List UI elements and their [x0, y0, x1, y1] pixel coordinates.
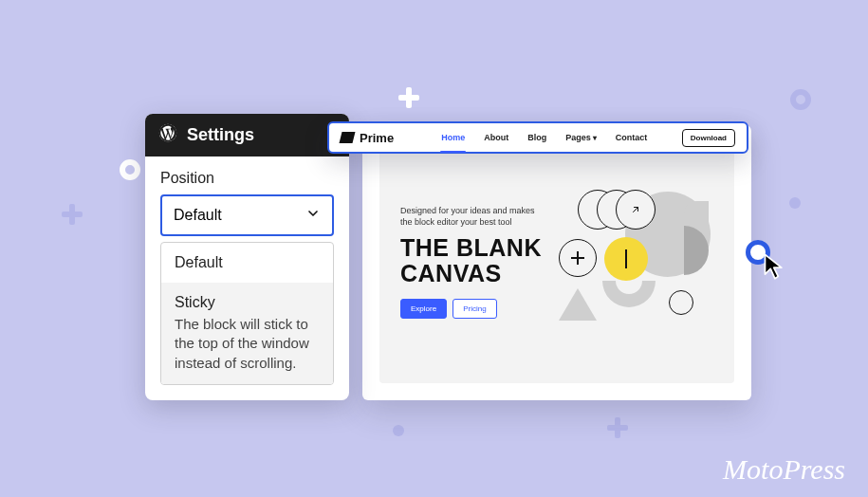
position-dropdown: Default Sticky The block will stick to t…: [160, 242, 334, 385]
nav-link-about[interactable]: About: [484, 133, 508, 142]
cursor-icon: [763, 252, 789, 285]
position-select[interactable]: Default: [160, 194, 334, 236]
wordpress-icon: [158, 123, 177, 147]
chevron-down-icon: [305, 206, 321, 225]
settings-panel: Settings Position Default Default Sticky…: [145, 114, 349, 400]
option-sticky[interactable]: Sticky The block will stick to the top o…: [161, 283, 333, 384]
pricing-button[interactable]: Pricing: [452, 299, 496, 319]
hero-art: [559, 190, 715, 341]
nav-link-home[interactable]: Home: [441, 133, 465, 142]
hero-subtitle: Designed for your ideas and makes the bl…: [400, 206, 542, 228]
nav-link-blog[interactable]: Blog: [527, 133, 546, 142]
site-navbar: Prime Home About Blog Pages▾ Contact Dow…: [327, 121, 748, 154]
settings-header: Settings: [145, 114, 349, 156]
nav-link-pages[interactable]: Pages▾: [565, 133, 597, 142]
hero-title: THE BLANK CANVAS: [400, 235, 542, 285]
chevron-down-icon: ▾: [593, 134, 597, 142]
position-label: Position: [160, 170, 334, 187]
option-default[interactable]: Default: [161, 243, 333, 283]
download-button[interactable]: Download: [682, 129, 735, 147]
settings-title: Settings: [187, 125, 254, 145]
position-select-value: Default: [174, 207, 222, 224]
brand[interactable]: Prime: [341, 131, 394, 145]
explore-button[interactable]: Explore: [400, 299, 447, 319]
nav-link-contact[interactable]: Contact: [616, 133, 648, 142]
motopress-signature: MotoPress: [723, 453, 845, 486]
site-preview: Designed for your ideas and makes the bl…: [362, 125, 751, 400]
brand-logo-icon: [340, 132, 356, 143]
